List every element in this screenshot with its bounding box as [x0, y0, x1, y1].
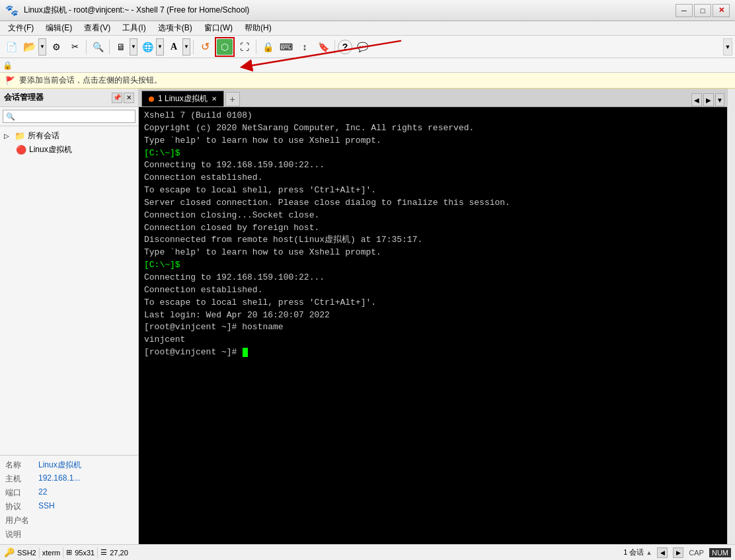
- reconnect-button[interactable]: ↺: [196, 38, 213, 56]
- notif-icon: 🚩: [5, 76, 15, 85]
- status-bar: 🔑 SSH2 xterm ⊞ 95x31 ☰ 27,20 1 会话 ▲ ◀ ▶ …: [0, 544, 735, 560]
- toolbar-scroll-right[interactable]: ▼: [723, 38, 732, 56]
- screen-button[interactable]: 🖥: [112, 38, 130, 56]
- properties-button[interactable]: ⚙: [48, 38, 65, 56]
- sidebar-header: 会话管理器 📌 ✕: [0, 89, 138, 107]
- menu-help[interactable]: 帮助(H): [239, 21, 277, 35]
- find-button[interactable]: 🔍: [89, 38, 106, 56]
- toolbar-separator-3: [193, 40, 194, 54]
- app-icon: 🐾: [5, 4, 19, 17]
- info-value-name: Linux虚拟机: [38, 460, 133, 471]
- fullscreen-button[interactable]: ⛶: [236, 38, 253, 56]
- sessions-arrow: ▲: [646, 549, 652, 556]
- info-label-port: 端口: [5, 487, 38, 499]
- tree-item-linux-vm[interactable]: 🔴 Linux虚拟机: [0, 143, 138, 157]
- open-dropdown[interactable]: ▼: [38, 38, 46, 56]
- menu-edit[interactable]: 编辑(E): [40, 21, 77, 35]
- info-value-port: 22: [38, 487, 133, 499]
- sidebar-title: 会话管理器: [4, 92, 44, 103]
- status-pos-icon: ☰: [100, 548, 107, 557]
- new-tab-button[interactable]: +: [225, 92, 240, 106]
- info-value-desc: [38, 529, 133, 540]
- session-tree: ▷ 📁 所有会话 🔴 Linux虚拟机: [0, 126, 138, 455]
- status-left: 🔑 SSH2 xterm ⊞ 95x31 ☰ 27,20: [4, 547, 128, 558]
- info-label-desc: 说明: [5, 529, 38, 540]
- info-label-protocol: 协议: [5, 501, 38, 512]
- toolbar-separator-4: [256, 40, 256, 54]
- info-row-desc: 说明: [0, 528, 138, 541]
- tree-item-all-sessions[interactable]: ▷ 📁 所有会话: [0, 129, 138, 143]
- tree-label-linux-vm: Linux虚拟机: [29, 144, 72, 155]
- bookmark-button[interactable]: 🔖: [315, 38, 332, 56]
- expand-icon: ▷: [4, 132, 12, 140]
- status-protocol: SSH2: [17, 549, 36, 557]
- search-input[interactable]: [15, 112, 132, 120]
- tab-nav-next[interactable]: ▶: [703, 93, 714, 106]
- cap-label: CAP: [689, 549, 704, 557]
- title-bar: 🐾 Linux虚拟机 - root@vinjcent:~ - Xshell 7 …: [0, 0, 735, 21]
- tab-dot: [149, 97, 154, 102]
- toolbar-scroll: ▼: [723, 38, 732, 56]
- info-value-host: 192.168.1...: [38, 473, 133, 485]
- folder-icon: 📁: [15, 131, 25, 141]
- close-button[interactable]: ✕: [713, 4, 730, 17]
- connect-button[interactable]: ⬡: [217, 39, 233, 55]
- sidebar-controls: 📌 ✕: [112, 93, 134, 103]
- globe-button[interactable]: 🌐: [139, 38, 156, 56]
- help-button[interactable]: ?: [338, 40, 352, 54]
- sidebar-close-button[interactable]: ✕: [124, 93, 134, 103]
- font-dropdown[interactable]: ▼: [182, 38, 190, 56]
- status-position: 27,20: [110, 549, 128, 557]
- status-right: 1 会话 ▲ ◀ ▶ CAP NUM: [623, 547, 731, 558]
- lock-button[interactable]: 🔒: [259, 38, 276, 56]
- keyboard-button[interactable]: ⌨: [278, 38, 295, 56]
- terminal-output[interactable]: Xshell 7 (Build 0108)Copyright (c) 2020 …: [139, 107, 727, 544]
- info-label-username: 用户名: [5, 515, 38, 526]
- info-label-name: 名称: [5, 460, 38, 471]
- notification-bar: 🚩 要添加当前会话，点击左侧的箭头按钮。: [0, 73, 735, 89]
- toolbar-separator-2: [109, 40, 110, 54]
- open-button[interactable]: 📂: [21, 38, 38, 56]
- sidebar-pin-button[interactable]: 📌: [112, 93, 122, 103]
- address-bar: 🔒: [0, 58, 735, 73]
- search-icon: 🔍: [6, 112, 15, 121]
- sidebar: 会话管理器 📌 ✕ 🔍 ▷ 📁 所有会话 🔴 Linux虚拟机: [0, 89, 139, 544]
- maximize-button[interactable]: □: [694, 4, 711, 17]
- font-button[interactable]: A: [165, 38, 182, 56]
- chat-button[interactable]: 💬: [354, 38, 371, 56]
- status-dimensions: 95x31: [75, 549, 95, 557]
- minimize-button[interactable]: ─: [676, 4, 693, 17]
- terminal-panel: 1 Linux虚拟机 ✕ + ◀ ▶ ▼ Xshell 7 (Build 010…: [139, 89, 727, 544]
- menu-tools[interactable]: 工具(I): [117, 21, 151, 35]
- transfer-button[interactable]: ↕: [296, 38, 313, 56]
- info-row-protocol: 协议 SSH: [0, 500, 138, 514]
- tab-close-button[interactable]: ✕: [212, 95, 217, 102]
- tab-linux-vm[interactable]: 1 Linux虚拟机 ✕: [141, 91, 224, 106]
- menu-tabs[interactable]: 选项卡(B): [153, 21, 198, 35]
- toolbar-separator-1: [86, 40, 87, 54]
- menu-file[interactable]: 文件(F): [3, 21, 39, 35]
- sessions-count: 1 会话 ▲: [623, 547, 652, 557]
- session-search-container: 🔍: [0, 107, 138, 126]
- lock-icon: 🔒: [3, 61, 13, 70]
- globe-dropdown[interactable]: ▼: [156, 38, 164, 56]
- menu-view[interactable]: 查看(V): [79, 21, 116, 35]
- menu-window[interactable]: 窗口(W): [199, 21, 238, 35]
- info-row-host: 主机 192.168.1...: [0, 472, 138, 486]
- window-title: Linux虚拟机 - root@vinjcent:~ - Xshell 7 (F…: [24, 5, 670, 16]
- session-info-panel: 名称 Linux虚拟机 主机 192.168.1... 端口 22 协议 SSH…: [0, 455, 138, 544]
- tab-nav-prev[interactable]: ◀: [691, 93, 702, 106]
- info-value-protocol: SSH: [38, 501, 133, 512]
- tab-nav-menu[interactable]: ▼: [715, 93, 724, 106]
- num-label: NUM: [709, 548, 731, 557]
- search-box: 🔍: [3, 110, 135, 123]
- disconnect-button[interactable]: ✂: [66, 38, 83, 56]
- screen-dropdown[interactable]: ▼: [130, 38, 137, 56]
- connect-button-wrapper: ⬡: [215, 37, 235, 57]
- toolbar: 📄 📂 ▼ ⚙ ✂ 🔍 🖥 ▼ 🌐 ▼ A ▼ ↺ ⬡ ⛶ 🔒 ⌨ ↕ 🔖 ? …: [0, 36, 735, 58]
- status-nav-right[interactable]: ▶: [673, 547, 683, 558]
- status-nav-left[interactable]: ◀: [657, 547, 668, 558]
- main-area: 会话管理器 📌 ✕ 🔍 ▷ 📁 所有会话 🔴 Linux虚拟机: [0, 89, 735, 544]
- new-session-button[interactable]: 📄: [3, 38, 20, 56]
- toolbar-separator-5: [334, 40, 335, 54]
